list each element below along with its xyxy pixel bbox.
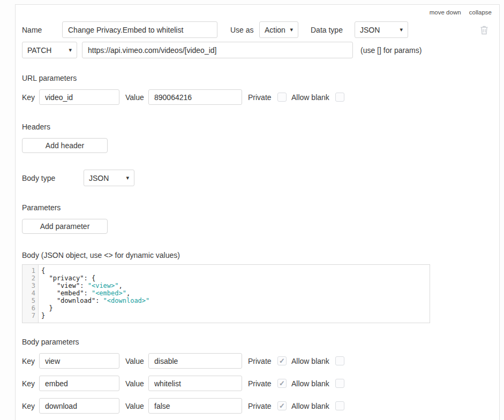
body-param-row: Key Value Private ✓ Allow blank ✓ [22,376,493,391]
data-type-label: Data type [311,26,355,34]
body-type-value: JSON [89,174,109,182]
name-input[interactable] [62,21,217,38]
caret-down-icon: ▾ [126,174,129,181]
line-number: 5 [22,297,35,304]
code-line: } [41,304,149,312]
url-input[interactable] [82,42,353,58]
api-call-card: move down collapse Name Use as Action ▾ … [15,4,500,420]
private-checkbox[interactable]: ✓ [277,401,287,410]
add-parameter-button[interactable]: Add parameter [22,219,108,234]
line-number: 4 [22,289,35,297]
code-line: "privacy": { [41,274,149,282]
parameters-title: Parameters [22,203,493,212]
delete-icon[interactable] [480,25,488,35]
add-header-button[interactable]: Add header [22,138,108,153]
caret-down-icon: ▾ [400,26,403,33]
line-number: 2 [22,274,35,282]
check-icon: ✓ [279,380,285,387]
body-type-row: Body type JSON ▾ [22,170,493,186]
body-json-editor[interactable]: 1 2 3 4 5 6 7 { "privacy": { "view": "<v… [22,264,430,323]
url-parameters-title: URL parameters [22,74,493,82]
data-type-select[interactable]: JSON ▾ [355,21,408,38]
use-as-select[interactable]: Action ▾ [259,21,298,38]
line-number: 7 [22,312,35,319]
key-label: Key [22,93,39,102]
body-type-select[interactable]: JSON ▾ [84,170,134,186]
allow-blank-checkbox[interactable]: ✓ [335,401,344,410]
collapse-link[interactable]: collapse [469,9,492,16]
value-label: Value [125,402,148,410]
allow-blank-checkbox[interactable]: ✓ [335,356,344,365]
data-type-value: JSON [360,26,380,34]
editor-code: { "privacy": { "view": "<view>", "embed"… [39,265,149,323]
allow-blank-label: Allow blank [291,93,335,102]
headers-title: Headers [22,123,493,131]
key-label: Key [22,357,39,365]
caret-down-icon: ▾ [69,47,72,54]
use-as-label: Use as [230,26,259,34]
body-param-row: Key Value Private ✓ Allow blank ✓ [22,353,493,369]
value-label: Value [125,379,148,388]
move-down-link[interactable]: move down [430,9,461,16]
url-param-value-input[interactable] [148,89,242,105]
private-label: Private [248,379,277,388]
code-line: "embed": "<embed>", [41,289,149,297]
body-parameters-title: Body parameters [22,338,493,346]
card-toolbar: move down collapse [22,9,493,16]
body-param-row: Key Value Private ✓ Allow blank ✓ [22,398,493,414]
http-method-select[interactable]: PATCH ▾ [22,42,77,58]
code-line: } [41,312,149,319]
request-row: PATCH ▾ (use [] for params) [22,42,493,58]
value-label: Value [125,93,148,102]
private-checkbox[interactable]: ✓ [277,356,287,365]
code-line: { [41,267,149,274]
allow-blank-checkbox[interactable]: ✓ [335,379,344,388]
value-label: Value [125,357,148,365]
name-row: Name Use as Action ▾ Data type JSON ▾ [22,21,493,38]
private-label: Private [248,357,277,365]
code-line: "download": "<download>" [41,297,149,304]
private-label: Private [248,402,277,410]
caret-down-icon: ▾ [290,26,293,33]
line-number: 3 [22,282,35,289]
name-label: Name [22,26,62,34]
private-checkbox[interactable]: ✓ [277,93,287,102]
body-param-key-input[interactable] [39,376,119,391]
key-label: Key [22,379,39,388]
use-as-value: Action [265,26,285,34]
allow-blank-label: Allow blank [291,357,335,365]
body-param-key-input[interactable] [39,398,119,414]
check-icon: ✓ [279,402,285,409]
private-checkbox[interactable]: ✓ [277,379,287,388]
editor-line-numbers: 1 2 3 4 5 6 7 [22,265,39,323]
line-number: 6 [22,304,35,312]
body-param-key-input[interactable] [39,353,119,369]
http-method-value: PATCH [27,46,51,55]
line-number: 1 [22,267,35,274]
body-param-value-input[interactable] [148,398,242,414]
check-icon: ✓ [279,357,285,364]
key-label: Key [22,402,39,410]
allow-blank-checkbox[interactable]: ✓ [335,93,344,102]
url-param-row: Key Value Private ✓ Allow blank ✓ [22,89,493,105]
body-param-value-input[interactable] [148,353,242,369]
body-param-value-input[interactable] [148,376,242,391]
url-param-key-input[interactable] [39,89,119,105]
allow-blank-label: Allow blank [291,379,335,388]
private-label: Private [248,93,277,102]
allow-blank-label: Allow blank [291,402,335,410]
code-line: "view": "<view>", [41,282,149,289]
body-type-label: Body type [22,174,84,182]
url-params-hint: (use [] for params) [360,46,422,55]
body-editor-title: Body (JSON object, use <> for dynamic va… [22,251,493,259]
